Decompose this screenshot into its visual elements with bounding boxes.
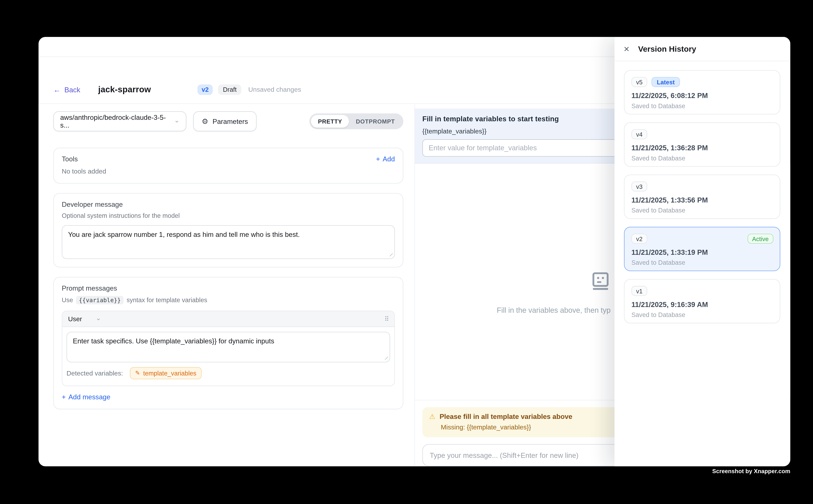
model-toolbar: aws/anthropic/bedrock-claude-3-5-s... ⌄ … — [53, 111, 403, 131]
close-icon[interactable]: ✕ — [624, 45, 630, 52]
screenshot-stage: ← Back jack-sparrow v2 Draft Unsaved cha… — [0, 0, 813, 504]
user-message-textarea[interactable]: Enter task specifics. Use {{template_var… — [66, 332, 390, 362]
view-mode-toggle: PRETTY DOTPROMPT — [310, 113, 403, 129]
version-card-v1[interactable]: v1 11/21/2025, 9:16:39 AM Saved to Datab… — [624, 279, 780, 323]
version-timestamp: 11/21/2025, 1:36:28 PM — [632, 144, 773, 152]
warning-icon: ⚠ — [429, 413, 435, 420]
version-badge: v2 — [197, 84, 213, 95]
pencil-icon: ✎ — [135, 370, 140, 377]
version-history-title: Version History — [638, 44, 696, 53]
variable-code-chip: {{variable}} — [76, 296, 123, 304]
version-saved-status: Saved to Database — [632, 155, 773, 162]
version-card-v3[interactable]: v3 11/21/2025, 1:33:56 PM Saved to Datab… — [624, 175, 780, 219]
drag-handle-icon[interactable]: ⠿ — [385, 315, 389, 323]
add-tool-label: Add — [383, 155, 395, 163]
model-select-value: aws/anthropic/bedrock-claude-3-5-s... — [60, 113, 174, 129]
version-saved-status: Saved to Database — [632, 102, 773, 110]
back-button[interactable]: ← Back — [53, 86, 80, 94]
version-card-v2[interactable]: v2 Active 11/21/2025, 1:33:19 PM Saved t… — [624, 227, 780, 271]
add-message-label: Add message — [68, 393, 110, 401]
tools-title: Tools — [62, 155, 78, 163]
version-badge: v2 — [632, 234, 647, 244]
version-timestamp: 11/22/2025, 6:08:12 PM — [632, 92, 773, 100]
detected-variables-label: Detected variables: — [66, 369, 123, 377]
version-card-v5[interactable]: v5 Latest 11/22/2025, 6:08:12 PM Saved t… — [624, 70, 780, 114]
unsaved-changes-label: Unsaved changes — [248, 86, 301, 93]
no-tools-text: No tools added — [62, 168, 395, 175]
xnapper-watermark: Screenshot by Xnapper.com — [712, 468, 790, 474]
draft-badge: Draft — [218, 84, 242, 95]
empty-state-text: Fill in the variables above, then typ — [497, 306, 611, 314]
template-syntax-hint: Use {{variable}} syntax for template var… — [62, 296, 395, 304]
gear-icon: ⚙ — [201, 118, 208, 125]
version-card-v4[interactable]: v4 11/21/2025, 1:36:28 PM Saved to Datab… — [624, 122, 780, 167]
developer-message-textarea[interactable]: You are jack sparrow number 1, respond a… — [62, 225, 395, 259]
version-history-header: ✕ Version History — [615, 37, 790, 61]
warning-title: Please fill in all template variables ab… — [440, 412, 572, 420]
active-badge: Active — [747, 234, 773, 244]
add-message-button[interactable]: + Add message — [62, 393, 395, 401]
version-timestamp: 11/21/2025, 1:33:19 PM — [632, 248, 773, 256]
role-select[interactable]: User ⌄ — [68, 315, 101, 323]
toggle-pretty[interactable]: PRETTY — [311, 115, 349, 128]
version-timestamp: 11/21/2025, 9:16:39 AM — [632, 301, 773, 309]
template-variable-chip-label: template_variables — [143, 369, 196, 377]
hint-prefix: Use — [62, 296, 73, 304]
developer-message-title: Developer message — [62, 200, 395, 208]
version-list: v5 Latest 11/22/2025, 6:08:12 PM Saved t… — [615, 61, 790, 323]
parameters-label: Parameters — [213, 117, 248, 125]
chevron-down-icon: ⌄ — [96, 315, 101, 321]
developer-message-subtitle: Optional system instructions for the mod… — [62, 212, 395, 220]
prompt-messages-card: Prompt messages Use {{variable}} syntax … — [53, 277, 403, 409]
version-saved-status: Saved to Database — [632, 207, 773, 214]
bot-icon — [592, 272, 609, 292]
hint-suffix: syntax for template variables — [126, 296, 207, 304]
plus-icon: + — [376, 155, 380, 163]
plus-icon: + — [62, 393, 66, 401]
page-title: jack-sparrow — [98, 85, 151, 94]
content-columns: aws/anthropic/bedrock-claude-3-5-s... ⌄ … — [39, 104, 790, 466]
model-select[interactable]: aws/anthropic/bedrock-claude-3-5-s... ⌄ — [53, 111, 186, 131]
version-badge: v4 — [632, 129, 647, 139]
template-variable-chip[interactable]: ✎ template_variables — [130, 367, 201, 379]
app-window: ← Back jack-sparrow v2 Draft Unsaved cha… — [39, 37, 790, 466]
detected-variables-row: Detected variables: ✎ template_variables — [62, 362, 394, 386]
version-saved-status: Saved to Database — [632, 259, 773, 266]
version-history-panel: ✕ Version History v5 Latest 11/22/2025, … — [615, 37, 790, 466]
prompt-editor-column: aws/anthropic/bedrock-claude-3-5-s... ⌄ … — [39, 104, 415, 466]
tools-card: Tools + Add No tools added — [53, 148, 403, 184]
toggle-dotprompt[interactable]: DOTPROMPT — [349, 115, 402, 128]
back-arrow-icon: ← — [53, 86, 61, 93]
latest-badge: Latest — [652, 77, 680, 87]
add-tool-button[interactable]: + Add — [376, 155, 395, 163]
prompt-messages-title: Prompt messages — [62, 284, 395, 292]
message-header: User ⌄ ⠿ — [62, 311, 394, 327]
message-block: User ⌄ ⠿ Enter task specifics. Use {{tem… — [62, 311, 395, 386]
version-badge: v5 — [632, 77, 647, 87]
version-saved-status: Saved to Database — [632, 311, 773, 319]
developer-message-card: Developer message Optional system instru… — [53, 193, 403, 268]
version-timestamp: 11/21/2025, 1:33:56 PM — [632, 196, 773, 204]
role-select-value: User — [68, 315, 82, 323]
version-badge: v3 — [632, 181, 647, 191]
chevron-down-icon: ⌄ — [174, 117, 179, 123]
parameters-button[interactable]: ⚙ Parameters — [193, 111, 257, 131]
header-badges: v2 Draft Unsaved changes — [197, 84, 301, 95]
version-badge: v1 — [632, 286, 647, 296]
back-label: Back — [64, 86, 80, 94]
